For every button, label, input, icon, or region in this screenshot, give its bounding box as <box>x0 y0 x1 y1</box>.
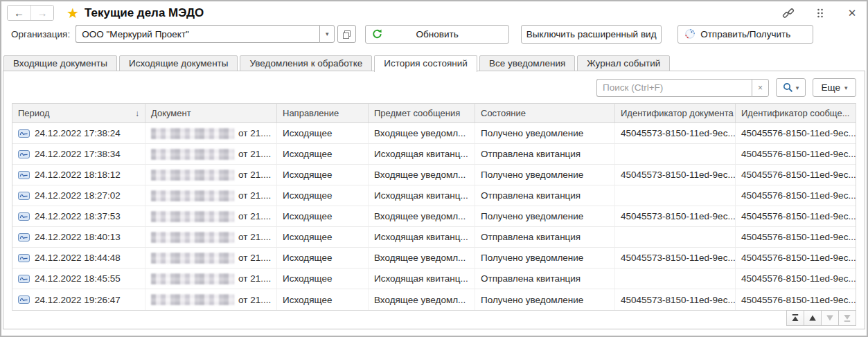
document-suffix: от 21.... <box>238 273 271 284</box>
table-row[interactable]: 24.12.2022 17:38:34 от 21.... Исходящее … <box>12 144 856 165</box>
tab-event-log[interactable]: Журнал событий <box>577 55 670 71</box>
favorite-star-icon[interactable]: ★ <box>67 6 79 20</box>
tab-all-notifications[interactable]: Все уведомления <box>479 55 575 71</box>
table-row[interactable]: 24.12.2022 17:38:24 от 21.... Исходящее … <box>12 123 856 144</box>
redacted-document-name <box>151 253 234 264</box>
search-clear-button[interactable]: × <box>752 79 769 97</box>
column-header-subject[interactable]: Предмет сообщения <box>369 104 475 122</box>
message-state-icon <box>18 192 30 200</box>
search-input[interactable] <box>596 79 752 97</box>
scroll-to-bottom-button[interactable] <box>838 310 856 326</box>
more-label: Еще <box>822 82 840 93</box>
cell-document-id: 45045573-8150-11ed-9ec... <box>615 165 736 185</box>
forward-button[interactable]: → <box>30 6 53 20</box>
close-icon[interactable]: ✕ <box>846 7 858 19</box>
cell-direction: Исходящее <box>277 206 369 226</box>
more-actions-button[interactable]: Еще ▾ <box>813 78 856 97</box>
open-form-icon <box>342 30 351 39</box>
extended-view-label: Выключить расширенный вид <box>526 29 657 39</box>
cell-period: 24.12.2022 17:38:34 <box>12 144 145 164</box>
send-receive-label: Отправить/Получить <box>700 29 790 39</box>
column-header-message-id[interactable]: Идентификатор сообще... <box>736 104 856 122</box>
column-header-document[interactable]: Документ <box>145 104 277 122</box>
cell-state: Отправлена квитанция <box>475 185 615 206</box>
tab-state-history[interactable]: История состояний <box>374 55 477 72</box>
tab-notifications-to-process[interactable]: Уведомления к обработке <box>240 55 372 71</box>
period-value: 24.12.2022 19:26:47 <box>35 295 121 305</box>
scroll-up-button[interactable] <box>804 310 822 326</box>
cell-document: от 21.... <box>145 248 277 268</box>
cell-state: Получено уведомление <box>475 123 615 143</box>
table-row[interactable]: 24.12.2022 18:45:55 от 21.... Исходящее … <box>12 268 856 289</box>
table-row[interactable]: 24.12.2022 18:37:53 от 21.... Исходящее … <box>12 206 856 227</box>
cell-direction: Исходящее <box>277 185 369 206</box>
scroll-bottom-icon <box>843 314 851 322</box>
table-row[interactable]: 24.12.2022 19:26:47 от 21.... Исходящее … <box>12 289 856 310</box>
period-value: 24.12.2022 18:27:02 <box>35 190 121 201</box>
column-header-state[interactable]: Состояние <box>475 104 615 122</box>
tab-bar: Входящие документы Исходящие документы У… <box>3 55 672 71</box>
cell-period: 24.12.2022 18:44:48 <box>12 248 145 268</box>
cell-state: Отправлена квитанция <box>475 227 615 247</box>
document-suffix: от 21.... <box>238 128 271 138</box>
organization-dropdown-button[interactable]: ▾ <box>319 25 335 43</box>
refresh-label: Обновить <box>416 29 459 39</box>
scroll-up-icon <box>808 314 817 322</box>
redacted-document-name <box>151 149 234 160</box>
message-state-icon <box>18 295 30 304</box>
table-row[interactable]: 24.12.2022 18:44:48 от 21.... Исходящее … <box>12 248 856 268</box>
cell-period: 24.12.2022 18:40:13 <box>12 227 145 247</box>
column-header-direction[interactable]: Направление <box>277 104 369 122</box>
search-box: × <box>596 79 769 97</box>
tab-outgoing-documents[interactable]: Исходящие документы <box>119 55 238 71</box>
sort-desc-icon: ↓ <box>135 109 139 118</box>
tab-incoming-documents[interactable]: Входящие документы <box>3 55 117 71</box>
table-row[interactable]: 24.12.2022 18:40:13 от 21.... Исходящее … <box>12 227 856 248</box>
column-header-period[interactable]: Период ↓ <box>12 104 145 122</box>
tab-content-panel: × ▾ Еще ▾ Период ↓ Документ Н <box>3 71 865 329</box>
cell-message-id: 45045576-8150-11ed-9ec... <box>736 123 856 143</box>
cell-document-id <box>615 227 736 247</box>
scroll-down-button[interactable] <box>821 310 839 326</box>
toggle-extended-view-button[interactable]: Выключить расширенный вид <box>521 25 662 44</box>
redacted-document-name <box>151 273 234 284</box>
cell-subject: Исходящая квитанц... <box>369 185 475 206</box>
cell-period: 24.12.2022 18:27:02 <box>12 185 145 206</box>
table-row[interactable]: 24.12.2022 18:18:12 от 21.... Исходящее … <box>12 165 856 185</box>
redacted-document-name <box>151 232 234 243</box>
period-value: 24.12.2022 18:18:12 <box>35 170 121 180</box>
table-row[interactable]: 24.12.2022 18:27:02 от 21.... Исходящее … <box>12 185 856 206</box>
state-history-table: Период ↓ Документ Направление Предмет со… <box>12 103 856 311</box>
message-state-icon <box>18 171 30 179</box>
back-button[interactable]: ← <box>8 6 30 20</box>
table-scroll-buttons <box>787 310 856 326</box>
message-state-icon <box>18 275 30 283</box>
cell-message-id: 45045576-8150-11ed-9ec... <box>736 144 856 164</box>
cell-subject: Входящее уведомл... <box>369 165 475 185</box>
column-header-document-id[interactable]: Идентификатор документа <box>615 104 736 122</box>
cell-document: от 21.... <box>145 227 277 247</box>
period-value: 24.12.2022 17:38:24 <box>35 128 121 138</box>
cell-direction: Исходящее <box>277 289 369 310</box>
document-suffix: от 21.... <box>238 211 271 221</box>
organization-input[interactable] <box>76 25 319 43</box>
refresh-button[interactable]: Обновить <box>365 25 509 44</box>
redacted-document-name <box>151 170 234 181</box>
search-icon <box>783 82 793 93</box>
chevron-down-icon: ▾ <box>844 84 848 91</box>
send-receive-button[interactable]: Отправить/Получить <box>677 25 813 44</box>
cell-direction: Исходящее <box>277 144 369 164</box>
cell-message-id: 45045576-8150-11ed-9ec... <box>736 248 856 268</box>
document-suffix: от 21.... <box>238 170 271 180</box>
link-icon[interactable] <box>782 7 795 19</box>
search-button[interactable]: ▾ <box>776 78 806 97</box>
cell-direction: Исходящее <box>277 165 369 185</box>
more-menu-icon[interactable] <box>814 7 826 19</box>
cell-document-id <box>615 144 736 164</box>
scroll-to-top-button[interactable] <box>786 310 804 326</box>
cell-direction: Исходящее <box>277 227 369 247</box>
organization-open-button[interactable] <box>337 25 356 43</box>
cell-document: от 21.... <box>145 144 277 164</box>
cell-document-id: 45045573-8150-11ed-9ec... <box>615 123 736 143</box>
cell-document: от 21.... <box>145 165 277 185</box>
